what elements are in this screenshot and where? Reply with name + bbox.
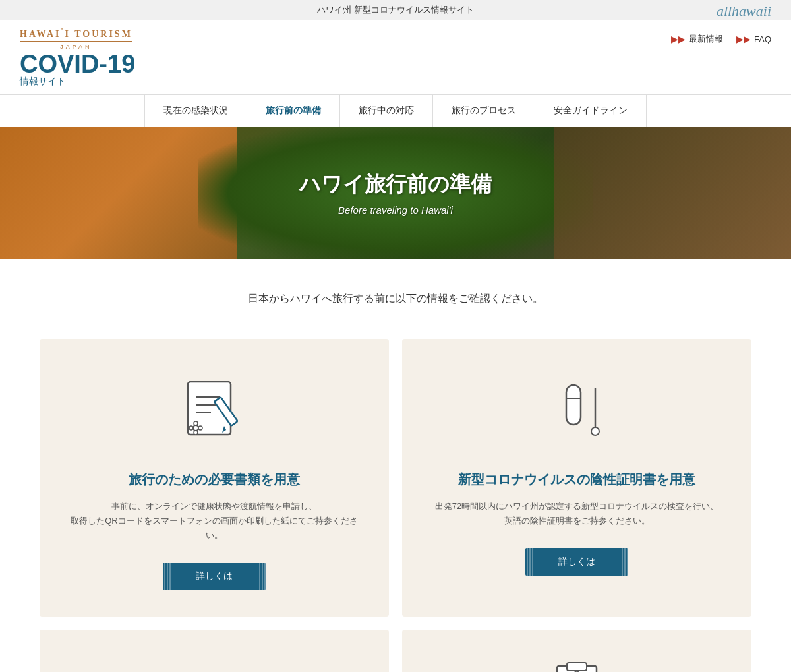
svg-point-6 [198,426,202,430]
svg-point-8 [194,431,198,435]
nav-process[interactable]: 旅行のプロセス [433,95,535,127]
covid-title: COVID-19 [20,50,135,78]
header-right-nav: ▶▶ 最新情報 ▶▶ FAQ [671,26,771,45]
svg-point-5 [189,426,193,430]
card-test-desc: 出発72時間以内にハワイ州が認定する新型コロナウイルスの検査を行い、英語の陰性証… [435,499,718,528]
card-documents-desc: 事前に、オンラインで健康状態や渡航情報を申請し、取得したQRコードをスマートフォ… [66,499,363,543]
hero-banner: ハワイ旅行前の準備 Before traveling to Hawai'i [0,127,791,259]
cards-row-1: 旅行のための必要書類を用意 事前に、オンラインで健康状態や渡航情報を申請し、取得… [0,326,791,630]
card-test-button[interactable]: 詳しくは [525,548,628,576]
card-test: 新型コロナウイルスの陰性証明書を用意 出発72時間以内にハワイ州が認定する新型コ… [402,339,751,617]
allhawaii-logo: allhawaii [717,3,771,20]
nav-guideline[interactable]: 安全ガイドライン [535,95,647,127]
svg-point-15 [190,669,239,672]
logo-area: HAWAI'I TOURISM JAPAN COVID-19 情報サイト [20,26,135,88]
main-nav: 現在の感染状況 旅行前の準備 旅行中の対応 旅行のプロセス 安全ガイドライン [0,94,791,127]
svg-rect-11 [566,385,581,425]
hawaii-tourism-logo: HAWAI'I TOURISM JAPAN [20,26,132,50]
checklist-icon [537,656,616,672]
nav-status[interactable]: 現在の感染状況 [144,95,247,127]
nav-before[interactable]: 旅行前の準備 [247,95,340,127]
faq-icon: ▶▶ [736,34,751,44]
flight-icon [175,656,254,672]
svg-point-4 [193,425,198,431]
card-test-title: 新型コロナウイルスの陰性証明書を用意 [458,471,695,489]
news-nav-item[interactable]: ▶▶ 最新情報 [671,33,723,45]
cards-row-2 [0,630,791,672]
svg-point-14 [591,427,599,435]
intro-section: 日本からハワイへ旅行する前に以下の情報をご確認ください。 [0,259,791,326]
hawaii-tourism-text: HAWAI'I TOURISM [20,26,132,42]
svg-point-7 [194,421,198,425]
card-documents: 旅行のための必要書類を用意 事前に、オンラインで健康状態や渡航情報を申請し、取得… [40,339,389,617]
header: HAWAI'I TOURISM JAPAN COVID-19 情報サイト ▶▶ … [0,20,791,88]
card-documents-button[interactable]: 詳しくは [163,563,266,590]
top-bar-text: ハワイ州 新型コロナウイルス情報サイト [317,5,474,15]
hero-title: ハワイ旅行前の準備 [299,170,492,199]
card-documents-title: 旅行のための必要書類を用意 [129,471,300,489]
card-flight [40,630,389,672]
nav-during[interactable]: 旅行中の対応 [340,95,433,127]
hero-subtitle: Before traveling to Hawai'i [338,204,453,216]
top-bar: ハワイ州 新型コロナウイルス情報サイト allhawaii [0,0,791,20]
hero-right-bg [554,127,791,259]
faq-nav-item[interactable]: ▶▶ FAQ [736,34,771,44]
svg-rect-24 [567,663,587,671]
news-label: 最新情報 [689,33,723,45]
intro-text: 日本からハワイへ旅行する前に以下の情報をご確認ください。 [0,292,791,306]
news-icon: ▶▶ [671,34,686,44]
japan-label: JAPAN [20,44,132,50]
documents-icon [175,372,254,451]
test-icon [537,372,616,451]
card-checklist [402,630,751,672]
faq-label: FAQ [754,34,771,44]
